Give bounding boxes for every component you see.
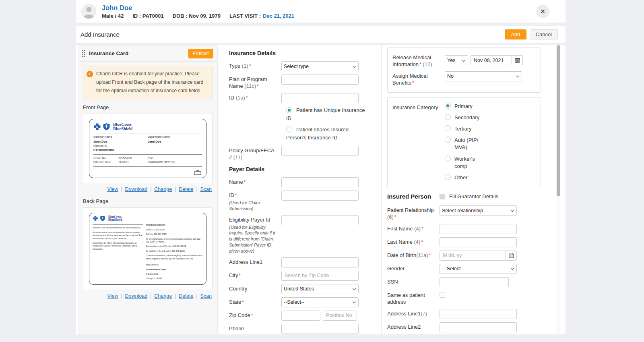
category-workers-comp-option[interactable]: Worker's comp [445,155,489,170]
dob-input[interactable] [440,251,506,261]
radio-button-selected[interactable] [445,103,451,109]
ssn-input[interactable] [440,277,509,287]
card-text: www.BlueExpat.com [146,224,203,226]
radio-button[interactable] [445,174,451,180]
insurance-card-panel: Insurance Card Extract i Charm OCR is en… [78,45,218,334]
radio-button[interactable] [445,155,451,162]
card-label: Member Name [93,135,148,139]
unique-insurance-id-option[interactable]: Patient has Unique Insurance ID [286,106,367,122]
extract-button[interactable]: Extract [188,49,213,58]
change-link[interactable]: Change [154,187,172,192]
payer-phone-input[interactable] [281,324,359,334]
delete-link[interactable]: Delete [179,187,193,192]
close-icon[interactable]: ✕ [536,5,549,18]
patient-sex-age: Male / 42 [102,13,124,19]
payer-address1-input[interactable] [281,257,359,267]
shared-insurance-id-option[interactable]: Patient shares Insured Person's Insuranc… [286,126,367,142]
gender-select[interactable]: -- Select -- [440,264,517,274]
download-link[interactable]: Download [125,293,148,299]
insurance-id-input[interactable] [281,93,359,103]
payer-id-input[interactable] [281,191,359,201]
same-address-checkbox[interactable] [440,292,445,298]
checkbox[interactable] [440,194,445,199]
drag-handle-icon[interactable] [82,50,85,57]
type-select[interactable]: Select type [281,61,359,71]
option-label: Auto (PIP/ MVA) [454,137,480,151]
card-label: Plan [148,156,202,161]
radio-button[interactable] [445,137,451,143]
calendar-icon[interactable] [512,55,523,65]
payer-country-select[interactable]: United States [281,284,359,294]
change-link[interactable]: Change [154,293,172,299]
scan-link[interactable]: Scan [200,293,212,299]
insurance-details-title: Insurance Details [229,50,376,56]
card-text: Direct: 312-935-9216* [146,228,203,231]
insured-address2-input[interactable] [440,322,517,332]
option-label: Secondary [454,114,479,121]
first-name-input[interactable] [440,224,517,234]
card-value: John Doe [93,139,148,144]
payer-address1-label: Address Line1 [229,257,278,267]
payer-country-label: Country [229,284,278,294]
patient-relationship-select[interactable]: Select relationship [440,205,517,216]
scan-link[interactable]: Scan [200,187,212,192]
view-link[interactable]: View [107,187,118,192]
first-name-row: First Name (4)* [387,224,541,234]
card-value: STANDARD OPTION [148,160,202,165]
insurance-details-section: Insurance Details Type (1)* Select type … [224,45,382,334]
panel-title: Insurance Card [89,50,128,56]
radio-button[interactable] [445,125,451,131]
category-secondary-option[interactable]: Secondary [445,114,493,121]
patient-dob: DOB : Nov 09, 1979 [173,13,221,19]
view-link[interactable]: View [107,293,118,299]
policy-group-input[interactable] [281,146,359,156]
plan-name-input[interactable] [281,75,359,85]
radio-button[interactable] [286,126,292,133]
cancel-button[interactable]: Cancel [530,29,558,39]
shield-logo-icon [103,123,110,131]
delete-link[interactable]: Delete [179,293,193,299]
last-visit-date-link[interactable]: Dec 21, 2021 [263,13,294,19]
assign-benefits-select[interactable]: No [445,71,522,81]
insured-address1-input[interactable] [440,309,517,319]
fill-guarantor-checkbox[interactable]: Fill Guarantor Details [440,193,498,199]
last-name-label: Last Name (4)* [387,237,436,247]
payer-city-input[interactable] [281,271,359,281]
insurance-category-box: Insurance Category Primary Secondary Ter… [387,97,541,188]
card-text: for pre-authorization or emergency medic… [146,238,203,244]
download-link[interactable]: Download [125,187,148,192]
payer-name-input[interactable] [281,177,359,187]
eligibility-payer-id-input[interactable] [281,215,359,225]
last-name-input[interactable] [440,237,517,247]
category-tertiary-option[interactable]: Tertiary [445,125,489,133]
category-other-option[interactable]: Other [445,174,493,181]
payer-zip-label: Zip Code* [229,311,278,321]
front-page-label: Front Page [83,104,213,110]
category-auto-option[interactable]: Auto (PIP/ MVA) [445,137,493,151]
payer-state-label: State* [229,297,278,307]
card-value: Jane Doe [148,139,202,144]
payer-state-select[interactable]: --Select-- [281,297,359,307]
card-value: 32155-000 [118,156,139,161]
card-text: Mail Claims to: [146,263,203,266]
card-value: 11/01/11 [118,160,139,165]
insurance-options-column: Release Medical Information* (12) Yes As… [384,45,544,334]
briefcase-icon [194,170,201,175]
patient-name-link[interactable]: John Doe [102,4,294,12]
scrollbar-thumb[interactable] [557,45,560,196]
payer-postbox-input[interactable] [323,311,357,321]
release-medical-select[interactable]: Yes [445,55,468,65]
calendar-icon[interactable] [506,251,517,261]
card-text: Pre-authorization must be obtained for e… [93,231,143,240]
add-insurance-toolbar: Add Insurance Add Cancel [76,26,566,43]
category-primary-option[interactable]: Primary [445,103,489,110]
eligibility-payer-id-row: Eligibility Payer Id (Used for Eligibili… [229,215,376,254]
scrollbar [556,45,560,334]
shield-logo-icon [100,216,105,221]
radio-button[interactable] [445,114,451,120]
add-button[interactable]: Add [505,29,526,39]
payer-zip-input[interactable] [281,311,320,321]
release-date-input[interactable] [471,55,512,65]
insurance-category-options: Primary Secondary Tertiary Auto (PIP/ MV… [445,103,536,182]
radio-button-selected[interactable] [286,107,292,113]
